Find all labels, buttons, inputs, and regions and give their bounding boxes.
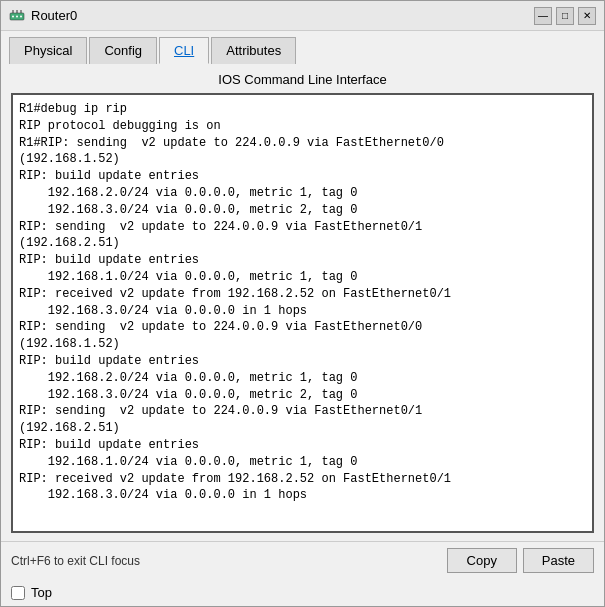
title-bar: Router0 — □ ✕ (1, 1, 604, 31)
shortcut-hint: Ctrl+F6 to exit CLI focus (11, 554, 140, 568)
window-controls: — □ ✕ (534, 7, 596, 25)
router-icon (9, 8, 25, 24)
copy-button[interactable]: Copy (447, 548, 517, 573)
section-title: IOS Command Line Interface (11, 72, 594, 87)
svg-point-2 (16, 15, 18, 17)
tab-physical[interactable]: Physical (9, 37, 87, 64)
top-checkbox-label[interactable]: Top (31, 585, 52, 600)
cli-terminal[interactable]: R1#debug ip rip RIP protocol debugging i… (11, 93, 594, 533)
window-title: Router0 (31, 8, 77, 23)
minimize-button[interactable]: — (534, 7, 552, 25)
paste-button[interactable]: Paste (523, 548, 594, 573)
title-bar-left: Router0 (9, 8, 77, 24)
svg-point-3 (20, 15, 22, 17)
tab-cli[interactable]: CLI (159, 37, 209, 64)
router-window: Router0 — □ ✕ Physical Config CLI Attrib… (0, 0, 605, 607)
action-buttons: Copy Paste (447, 548, 594, 573)
tab-attributes[interactable]: Attributes (211, 37, 296, 64)
content-area: IOS Command Line Interface R1#debug ip r… (1, 64, 604, 541)
close-button[interactable]: ✕ (578, 7, 596, 25)
top-checkbox[interactable] (11, 586, 25, 600)
tab-config[interactable]: Config (89, 37, 157, 64)
tab-bar: Physical Config CLI Attributes (1, 31, 604, 64)
bottom-bar: Ctrl+F6 to exit CLI focus Copy Paste (1, 541, 604, 579)
maximize-button[interactable]: □ (556, 7, 574, 25)
svg-point-1 (12, 15, 14, 17)
top-checkbox-row: Top (1, 579, 604, 606)
